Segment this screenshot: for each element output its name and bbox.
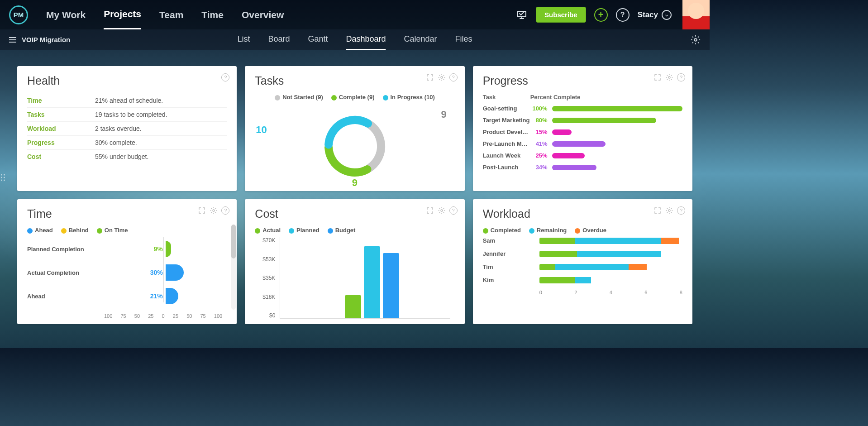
axis-tick: 75 xyxy=(120,313,126,319)
cost-bar xyxy=(364,246,380,318)
axis-tick: 2 xyxy=(574,290,577,295)
workload-legend: CompletedRemainingOverdue xyxy=(483,227,682,234)
health-value: 55% under budget. xyxy=(95,153,148,160)
workload-name: Kim xyxy=(483,277,539,283)
expand-icon[interactable] xyxy=(653,206,662,215)
gear-icon[interactable] xyxy=(665,73,673,81)
workload-name: Jennifer xyxy=(483,250,539,257)
cost-legend: ActualPlannedBudget xyxy=(255,227,454,234)
health-value: 21% ahead of schedule. xyxy=(95,97,163,104)
legend-item: Planned xyxy=(289,227,320,234)
expand-icon[interactable] xyxy=(426,206,434,215)
axis-tick: 50 xyxy=(186,313,192,319)
view-tab-board[interactable]: Board xyxy=(268,29,290,50)
gear-icon[interactable] xyxy=(438,206,446,215)
legend-item: Completed xyxy=(483,227,521,234)
gear-icon[interactable] xyxy=(665,206,673,215)
gear-icon[interactable] xyxy=(438,73,446,81)
help-icon[interactable]: ? xyxy=(449,73,458,81)
tasks-donut: 9 9 10 xyxy=(255,104,454,188)
help-icon[interactable]: ? xyxy=(449,206,458,215)
workload-name: Tim xyxy=(483,263,539,270)
workload-segment xyxy=(539,238,575,244)
progress-task-name: Product Develop… xyxy=(483,129,530,135)
workload-segment xyxy=(577,251,661,257)
card-title: Time xyxy=(27,207,227,220)
subscribe-button[interactable]: Subscribe xyxy=(536,7,586,23)
health-label: Time xyxy=(27,97,95,104)
nav-item-team[interactable]: Team xyxy=(159,1,183,29)
workload-segment xyxy=(661,238,679,244)
gear-icon[interactable] xyxy=(210,206,218,215)
health-row: Workload2 tasks overdue. xyxy=(27,122,227,136)
axis-tick: 100 xyxy=(104,313,112,319)
axis-tick: 100 xyxy=(214,313,222,319)
avatar[interactable] xyxy=(682,0,710,29)
view-tab-list[interactable]: List xyxy=(237,29,250,50)
view-tab-files[interactable]: Files xyxy=(455,29,472,50)
workload-segment xyxy=(575,238,661,244)
help-icon[interactable]: ? xyxy=(221,206,229,215)
progress-pct: 25% xyxy=(530,152,552,159)
add-button[interactable]: + xyxy=(594,8,608,22)
scrollbar[interactable] xyxy=(231,225,236,310)
expand-icon[interactable] xyxy=(198,206,206,215)
expand-icon[interactable] xyxy=(653,73,662,81)
legend-item: Remaining xyxy=(529,227,567,234)
health-row: Tasks19 tasks to be completed. xyxy=(27,108,227,122)
menu-icon[interactable] xyxy=(9,37,16,43)
card-title: Cost xyxy=(255,207,454,220)
svg-point-2 xyxy=(441,77,443,78)
nav-item-time[interactable]: Time xyxy=(201,1,224,29)
settings-icon[interactable] xyxy=(691,35,701,45)
project-name: VOIP Migration xyxy=(22,36,70,43)
card-cost: ? Cost ActualPlannedBudget $70K$53K$35K$… xyxy=(245,199,464,324)
axis-tick: 75 xyxy=(200,313,206,319)
nav-item-my-work[interactable]: My Work xyxy=(46,1,86,29)
time-label: Actual Completion xyxy=(27,269,104,276)
nav-item-projects[interactable]: Projects xyxy=(104,0,141,29)
view-tab-dashboard[interactable]: Dashboard xyxy=(346,29,386,50)
time-label: Planned Completion xyxy=(27,246,104,253)
workload-bar xyxy=(539,264,682,270)
time-label: Ahead xyxy=(27,293,104,300)
health-value: 19 tasks to be completed. xyxy=(95,111,167,118)
user-menu[interactable]: Stacy ⌵ xyxy=(638,10,672,20)
health-label: Tasks xyxy=(27,111,95,118)
progress-task-name: Pre-Launch Mark… xyxy=(483,140,530,147)
progress-pct: 41% xyxy=(530,140,552,147)
help-icon[interactable]: ? xyxy=(677,206,685,215)
legend-item: Actual xyxy=(255,227,281,234)
workload-row: Sam xyxy=(483,237,682,244)
progress-row: Product Develop…15% xyxy=(483,129,682,135)
progress-row: Post-Launch34% xyxy=(483,164,682,171)
health-value: 30% complete. xyxy=(95,139,137,146)
progress-row: Goal-setting100% xyxy=(483,105,682,112)
progress-task-name: Post-Launch xyxy=(483,164,530,171)
axis-tick: 0 xyxy=(539,290,542,295)
presentation-icon[interactable] xyxy=(516,9,528,21)
view-tab-gantt[interactable]: Gantt xyxy=(308,29,328,50)
workload-segment xyxy=(555,264,629,270)
health-row: Progress30% complete. xyxy=(27,136,227,150)
axis-tick: $35K xyxy=(255,275,275,281)
axis-tick: $53K xyxy=(255,256,275,263)
help-button[interactable]: ? xyxy=(616,8,630,22)
svg-point-9 xyxy=(668,210,670,211)
health-value: 2 tasks overdue. xyxy=(95,125,142,132)
progress-bar xyxy=(552,106,682,111)
view-tab-calendar[interactable]: Calendar xyxy=(404,29,437,50)
topbar-right: Subscribe + ? Stacy ⌵ xyxy=(516,0,701,29)
axis-tick: $70K xyxy=(255,237,275,244)
card-title: Workload xyxy=(483,207,682,220)
expand-icon[interactable] xyxy=(426,73,434,81)
nav-item-overview[interactable]: Overview xyxy=(242,1,284,29)
workload-segment xyxy=(629,264,647,270)
progress-row: Target Marketing80% xyxy=(483,117,682,124)
time-chart: Planned Completion9%Actual Completion30%… xyxy=(27,237,227,319)
app-logo[interactable]: PM xyxy=(9,5,28,24)
progress-header: TaskPercent Complete xyxy=(483,94,682,101)
workload-bar xyxy=(539,251,682,257)
help-icon[interactable]: ? xyxy=(677,73,685,81)
help-icon[interactable]: ? xyxy=(221,73,229,81)
